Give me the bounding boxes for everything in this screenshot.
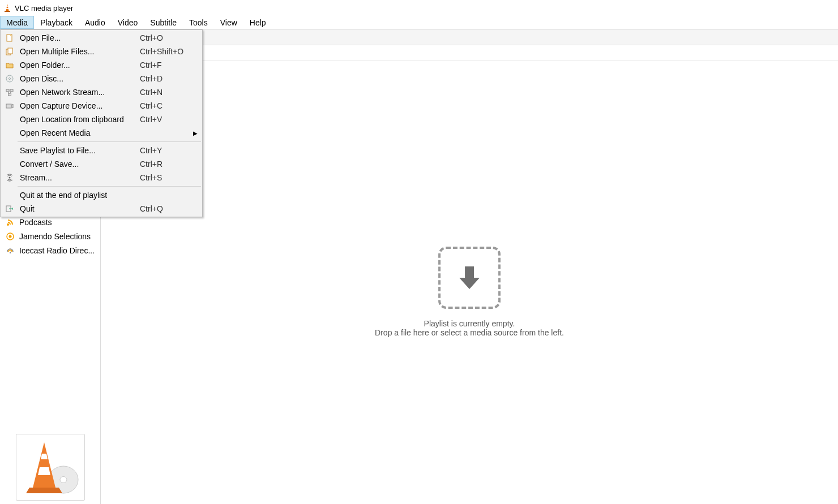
menu-open-folder[interactable]: Open Folder... Ctrl+F (1, 58, 202, 72)
stream-icon (3, 174, 16, 182)
column-album[interactable]: Album (143, 45, 838, 61)
svg-rect-21 (6, 89, 9, 92)
podcast-icon (6, 218, 15, 227)
vlc-cone-disc-icon (19, 439, 82, 496)
svg-point-9 (60, 477, 67, 483)
svg-marker-11 (41, 454, 48, 459)
main-panel: Duration Album Playlist is currently emp… (101, 29, 838, 504)
menubar: Media Playback Audio Video Subtitle Tool… (0, 16, 838, 29)
titlebar: VLC media player (0, 0, 838, 16)
menu-view[interactable]: View (214, 16, 243, 29)
menu-convert-save[interactable]: Convert / Save... Ctrl+R (1, 157, 202, 171)
album-art-placeholder (0, 430, 100, 504)
menu-audio[interactable]: Audio (79, 16, 112, 29)
svg-rect-3 (5, 11, 10, 12)
window-title: VLC media player (15, 4, 73, 12)
svg-marker-0 (6, 4, 9, 11)
svg-point-28 (9, 177, 11, 179)
playlist-empty-line2: Drop a file here or select a media sourc… (375, 328, 564, 337)
menu-open-location-clipboard[interactable]: Open Location from clipboard Ctrl+V (1, 113, 202, 126)
file-icon (3, 34, 16, 42)
disc-icon (3, 75, 16, 83)
quit-icon (3, 205, 16, 213)
sidebar-item-jamendo[interactable]: Jamendo Selections (0, 229, 100, 243)
playlist-empty-placeholder: Playlist is currently empty. Drop a file… (375, 247, 564, 337)
jamendo-icon (6, 232, 15, 241)
svg-point-20 (9, 78, 11, 80)
svg-marker-12 (38, 467, 50, 475)
svg-rect-18 (8, 48, 12, 54)
svg-rect-1 (6, 6, 8, 7)
svg-rect-7 (10, 252, 11, 253)
menu-media[interactable]: Media (0, 16, 34, 29)
submenu-arrow-icon: ▶ (191, 130, 198, 136)
menu-open-disc[interactable]: Open Disc... Ctrl+D (1, 72, 202, 85)
sidebar-item-icecast[interactable]: Icecast Radio Direc... (0, 243, 100, 257)
menu-open-capture-device[interactable]: Open Capture Device... Ctrl+C (1, 99, 202, 113)
sidebar-item-label: Jamendo Selections (19, 232, 91, 241)
menu-save-playlist[interactable]: Save Playlist to File... Ctrl+Y (1, 144, 202, 157)
menu-quit-end-playlist[interactable]: Quit at the end of playlist (1, 188, 202, 202)
menu-subtitle[interactable]: Subtitle (144, 16, 183, 29)
svg-rect-23 (8, 93, 11, 96)
menu-separator (18, 141, 201, 142)
drop-arrow-icon (438, 247, 501, 309)
playlist-empty-line1: Playlist is currently empty. (375, 319, 564, 328)
menu-tools[interactable]: Tools (183, 16, 214, 29)
svg-rect-26 (6, 104, 11, 108)
network-icon (3, 88, 16, 96)
svg-marker-13 (26, 488, 62, 493)
menu-open-network-stream[interactable]: Open Network Stream... Ctrl+N (1, 85, 202, 99)
menu-playback[interactable]: Playback (34, 16, 79, 29)
toolbar-area (101, 29, 838, 45)
sidebar-item-label: Podcasts (19, 218, 52, 227)
icecast-icon (6, 246, 15, 255)
menu-video[interactable]: Video (112, 16, 144, 29)
menu-help[interactable]: Help (243, 16, 272, 29)
svg-point-6 (9, 235, 12, 238)
vlc-cone-icon (3, 3, 11, 12)
svg-marker-14 (459, 266, 480, 289)
sidebar-item-label: Icecast Radio Direc... (19, 246, 95, 255)
menu-quit[interactable]: Quit Ctrl+Q (1, 202, 202, 216)
playlist-area[interactable]: Playlist is currently empty. Drop a file… (101, 61, 838, 504)
svg-point-4 (7, 223, 9, 226)
media-menu-dropdown: Open File... Ctrl+O Open Multiple Files.… (0, 29, 203, 217)
menu-open-multiple-files[interactable]: Open Multiple Files... Ctrl+Shift+O (1, 45, 202, 58)
files-icon (3, 48, 16, 55)
capture-icon (3, 102, 16, 110)
menu-separator (18, 186, 201, 187)
menu-open-file[interactable]: Open File... Ctrl+O (1, 31, 202, 45)
album-art-frame (16, 434, 85, 501)
playlist-column-headers: Duration Album (101, 45, 838, 61)
menu-stream[interactable]: Stream... Ctrl+S (1, 171, 202, 184)
svg-rect-2 (6, 8, 8, 9)
svg-marker-10 (33, 442, 55, 488)
folder-icon (3, 61, 16, 69)
menu-open-recent-media[interactable]: Open Recent Media ▶ (1, 126, 202, 140)
svg-rect-22 (10, 89, 13, 92)
